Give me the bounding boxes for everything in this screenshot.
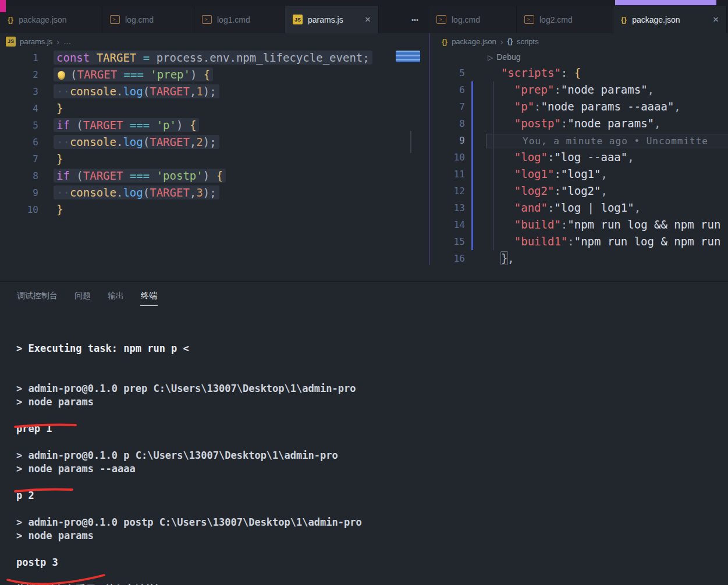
editor-params-js[interactable]: 1const TARGET = process.env.npm_lifecycl…: [0, 49, 429, 281]
chevron-right-icon: ›: [56, 37, 59, 47]
code-line: 9You, a minute ago • Uncommitte: [429, 132, 728, 149]
code-line: 5 "scripts": {: [429, 65, 728, 81]
terminal-line: postp 3: [16, 556, 728, 569]
code-text[interactable]: if (TARGET === 'p') {: [47, 117, 199, 134]
editors-region: 1const TARGET = process.env.npm_lifecycl…: [0, 49, 728, 281]
active-tab-accent: [615, 0, 716, 5]
code-text[interactable]: }: [47, 100, 63, 117]
panel-tab-终端[interactable]: 终端: [140, 282, 158, 310]
code-text[interactable]: "log1":"log1",: [471, 166, 608, 183]
line-number: 4: [0, 100, 47, 117]
code-text[interactable]: if (TARGET === 'postp') {: [47, 167, 226, 184]
close-icon[interactable]: ×: [365, 15, 371, 24]
editor-group-divider[interactable]: [429, 33, 430, 265]
tab-package.json[interactable]: {}package.json×: [613, 6, 727, 33]
git-blame-annotation: You, a minute ago • Uncommitte: [486, 134, 728, 148]
breadcrumb-file[interactable]: params.js: [20, 37, 52, 46]
terminal-line: [16, 502, 728, 516]
code-line: 9··console.log(TARGET,3);: [0, 184, 429, 201]
terminal-line: > admin-pro@0.1.0 prep C:\Users\13007\De…: [16, 382, 728, 395]
line-number: 12: [429, 183, 471, 199]
line-number: 9: [0, 184, 47, 201]
tab-log.cmd[interactable]: >_log.cmd: [429, 6, 517, 33]
js-file-icon: JS: [6, 37, 16, 47]
close-icon[interactable]: ×: [713, 15, 719, 24]
highlight-box: ··console.log(TARGET,1);: [54, 84, 219, 98]
json-file-icon: {}: [8, 15, 13, 24]
tab-log2.cmd[interactable]: >_log2.cmd: [517, 6, 613, 33]
tab-label: log2.cmd: [539, 15, 573, 24]
terminal-line: p 2: [16, 489, 728, 502]
terminal-line: [16, 409, 728, 422]
panel-tab-问题[interactable]: 问题: [74, 282, 91, 310]
line-number: 5: [0, 117, 47, 134]
code-text[interactable]: "log":"log --aaa",: [471, 149, 634, 166]
code-text[interactable]: "log2":"log2",: [471, 183, 608, 199]
code-text[interactable]: "build":"npm run log && npm run: [471, 216, 720, 233]
code-text[interactable]: "build1":"npm run log & npm run: [471, 233, 720, 250]
code-text[interactable]: },: [471, 250, 514, 265]
code-line: 2(TARGET === 'prep') {: [0, 66, 429, 83]
editor-tab-bar: {}package.json>_log.cmd>_log1.cmdJSparam…: [0, 6, 728, 33]
left-tab-group-wrap: {}package.json>_log.cmd>_log1.cmdJSparam…: [0, 6, 429, 33]
line-number: 11: [429, 166, 471, 183]
line-number: 8: [0, 167, 47, 184]
highlight-box: ··console.log(TARGET,3);: [54, 186, 219, 199]
code-area-right[interactable]: ▷Debug5 "scripts": {6 "prep":"node param…: [429, 49, 728, 265]
line-number: 7: [429, 98, 471, 115]
scrollbar-thumb[interactable]: [410, 131, 411, 153]
code-text[interactable]: }: [47, 201, 63, 218]
chevron-right-icon: ›: [500, 37, 503, 47]
code-text[interactable]: const TARGET = process.env.npm_lifecycle…: [47, 49, 372, 66]
code-text[interactable]: ··console.log(TARGET,3);: [47, 184, 219, 201]
terminal-line: [16, 369, 728, 382]
code-text[interactable]: ··console.log(TARGET,2);: [47, 134, 219, 151]
code-text[interactable]: }: [47, 151, 63, 167]
terminal-line: > node params: [16, 395, 728, 409]
tab-log.cmd[interactable]: >_log.cmd: [102, 6, 194, 33]
code-text[interactable]: ··console.log(TARGET,1);: [47, 83, 219, 100]
terminal-line: [16, 476, 728, 489]
codelens[interactable]: ▷Debug: [471, 49, 521, 65]
minimap[interactable]: [396, 51, 420, 62]
code-text[interactable]: "prep":"node params",: [471, 81, 654, 98]
panel-tab-bar: 调试控制台问题输出终端: [0, 282, 728, 310]
code-line: 4}: [0, 100, 429, 117]
code-text[interactable]: "and":"log | log1",: [471, 199, 641, 216]
code-line: 16 },: [429, 250, 728, 265]
panel-tab-调试控制台[interactable]: 调试控制台: [16, 282, 58, 310]
tab-log1.cmd[interactable]: >_log1.cmd: [194, 6, 285, 33]
cmd-file-icon: >_: [110, 15, 120, 24]
code-text[interactable]: (TARGET === 'prep') {: [47, 66, 213, 83]
tab-label: package.json: [632, 15, 680, 24]
code-text[interactable]: "scripts": {: [471, 65, 581, 81]
js-file-icon: JS: [293, 15, 303, 24]
json-file-icon: {}: [621, 15, 627, 24]
terminal[interactable]: > Executing task: npm run p < > admin-pr…: [0, 310, 728, 585]
line-number: 10: [429, 149, 471, 166]
tab-label: package.json: [19, 15, 67, 24]
code-text[interactable]: "p":"node params --aaaa",: [471, 98, 681, 115]
terminal-line: [16, 543, 728, 556]
line-number: 5: [429, 65, 471, 81]
breadcrumb-more[interactable]: …: [63, 37, 71, 46]
highlight-box: if (TARGET === 'postp') {: [54, 169, 226, 183]
terminal-line: [16, 436, 728, 449]
line-number: 3: [0, 83, 47, 100]
panel-tab-输出[interactable]: 输出: [107, 282, 125, 310]
breadcrumb-file[interactable]: package.json: [452, 37, 496, 46]
code-line: 8if (TARGET === 'postp') {: [0, 167, 429, 184]
tab-label: log1.cmd: [217, 15, 250, 24]
breadcrumb-symbol[interactable]: scripts: [517, 37, 539, 46]
tab-label: log.cmd: [452, 15, 480, 24]
more-actions-button[interactable]: ⋯: [411, 13, 420, 27]
vscode-window: {}package.json>_log.cmd>_log1.cmdJSparam…: [0, 0, 728, 585]
editor-package-json[interactable]: ▷Debug5 "scripts": {6 "prep":"node param…: [429, 49, 728, 281]
lightbulb-icon[interactable]: [56, 70, 70, 79]
tab-params.js[interactable]: JSparams.js×: [285, 6, 379, 33]
code-text[interactable]: You, a minute ago • Uncommitte: [471, 132, 728, 149]
indent-guide: [493, 81, 493, 250]
tab-package.json[interactable]: {}package.json: [0, 6, 102, 33]
code-area-left[interactable]: 1const TARGET = process.env.npm_lifecycl…: [0, 49, 429, 265]
code-text[interactable]: "postp":"node params",: [471, 115, 660, 132]
